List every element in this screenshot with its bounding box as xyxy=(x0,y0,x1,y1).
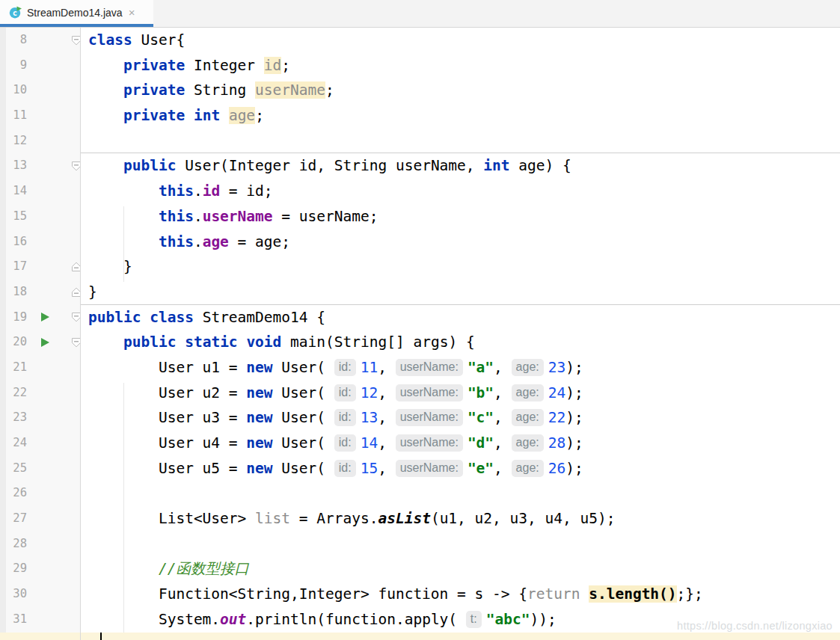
code-editor: 8class User{9 private Integer id;10 priv… xyxy=(0,28,840,640)
line-number[interactable]: 8 xyxy=(6,28,27,53)
code-line-content[interactable]: private int age; xyxy=(81,103,840,129)
code-line-content[interactable] xyxy=(81,481,840,506)
code-token: . xyxy=(194,182,203,200)
code-token: userName xyxy=(203,208,273,225)
code-token: String xyxy=(185,81,255,99)
code-line-content[interactable]: User u5 = new User( id:15, userName:"e",… xyxy=(81,456,840,481)
code-token: ); xyxy=(565,384,583,401)
code-token: } xyxy=(88,258,132,275)
line-number[interactable]: 26 xyxy=(6,481,27,506)
code-token: ); xyxy=(565,434,583,452)
code-token xyxy=(88,57,123,74)
gutter-cell: 16 xyxy=(0,230,81,255)
line-number[interactable]: 25 xyxy=(6,456,27,481)
code-token: 12 xyxy=(361,384,378,401)
code-line: 17 } xyxy=(0,254,840,280)
code-token: User( xyxy=(273,409,334,426)
code-token xyxy=(88,182,159,200)
code-line-content[interactable]: User u3 = new User( id:13, userName:"c",… xyxy=(81,405,840,431)
gutter-cell: 22 xyxy=(0,381,81,406)
code-token xyxy=(88,560,159,577)
line-number[interactable]: 11 xyxy=(6,103,27,129)
code-token: User u2 = xyxy=(88,384,246,401)
code-token: , xyxy=(494,409,511,426)
code-token xyxy=(88,81,123,99)
code-token: "c" xyxy=(467,409,494,426)
code-line-content[interactable]: class User{ xyxy=(81,28,840,53)
code-token: asList xyxy=(378,510,430,527)
gutter-separator xyxy=(80,28,81,640)
code-token: out xyxy=(220,611,246,628)
line-number[interactable]: 30 xyxy=(6,582,27,607)
tab-label: StreamDemo14.java xyxy=(27,7,123,19)
code-line-content[interactable]: this.userName = userName; xyxy=(81,204,840,230)
code-line-content[interactable]: User u4 = new User( id:14, userName:"d",… xyxy=(81,431,840,456)
code-line-content[interactable]: public User(Integer id, String userName,… xyxy=(81,153,840,179)
line-number[interactable]: 9 xyxy=(6,53,27,79)
line-number[interactable]: 23 xyxy=(6,405,27,431)
line-number[interactable]: 31 xyxy=(6,607,27,633)
code-line-content[interactable]: Function<String,Integer> function = s ->… xyxy=(81,582,840,607)
line-number[interactable]: 17 xyxy=(6,254,27,280)
code-line-content[interactable]: public class StreamDemo14 { xyxy=(81,305,840,330)
code-token: "abc" xyxy=(486,611,530,628)
line-number[interactable]: 22 xyxy=(6,381,27,406)
code-token: 14 xyxy=(361,434,378,452)
run-button[interactable] xyxy=(40,312,50,322)
line-number[interactable]: 29 xyxy=(6,556,27,582)
line-number[interactable]: 24 xyxy=(6,431,27,456)
java-class-run-icon: c xyxy=(9,6,22,19)
line-number[interactable]: 21 xyxy=(6,355,27,381)
parameter-hint: id: xyxy=(334,460,356,477)
code-token xyxy=(88,157,123,174)
code-token: = age; xyxy=(229,233,290,250)
code-token: , xyxy=(378,460,395,477)
code-line-content[interactable]: } xyxy=(81,254,840,280)
code-line-content[interactable] xyxy=(81,129,840,154)
line-number[interactable]: 14 xyxy=(6,179,27,204)
code-line-content[interactable] xyxy=(81,532,840,557)
code-line-content[interactable]: this.id = id; xyxy=(81,179,840,204)
code-token: main(String[] args) { xyxy=(281,333,474,351)
gutter-cell: 12 xyxy=(0,129,81,154)
line-number[interactable]: 18 xyxy=(6,280,27,305)
parameter-hint: userName: xyxy=(396,434,463,452)
line-number[interactable]: 19 xyxy=(6,305,27,330)
code-token: , xyxy=(378,384,395,401)
code-token: new xyxy=(246,409,272,426)
code-line-content[interactable]: public static void main(String[] args) { xyxy=(81,330,840,355)
code-line-content[interactable]: User u2 = new User( id:12, userName:"b",… xyxy=(81,381,840,406)
code-token: 22 xyxy=(548,409,565,426)
code-line-content[interactable]: this.age = age; xyxy=(81,230,840,255)
gutter-cell: 31 xyxy=(0,607,81,633)
tab-close-icon[interactable]: × xyxy=(129,7,135,18)
run-button[interactable] xyxy=(40,337,50,348)
code-line-content[interactable]: private String userName; xyxy=(81,78,840,103)
line-number[interactable]: 15 xyxy=(6,204,27,230)
code-token: (u1, u2, u3, u4, u5); xyxy=(431,510,616,527)
parameter-hint: age: xyxy=(512,384,544,401)
code-token: , xyxy=(494,460,511,477)
parameter-hint: age: xyxy=(512,409,544,426)
code-token: ); xyxy=(565,359,583,376)
line-number[interactable]: 27 xyxy=(6,506,27,532)
line-number[interactable]: 16 xyxy=(6,230,27,255)
line-number[interactable]: 28 xyxy=(6,532,27,557)
code-line-content[interactable]: User u1 = new User( id:11, userName:"a",… xyxy=(81,355,840,381)
code-token: User( xyxy=(273,359,334,376)
code-token: User u4 = xyxy=(88,434,246,452)
line-number[interactable]: 10 xyxy=(6,78,27,103)
code-token: Function<String,Integer> function = s ->… xyxy=(88,585,527,603)
code-line-content[interactable]: //函数型接口 xyxy=(81,556,840,582)
code-line-content[interactable]: } xyxy=(81,280,840,305)
code-token xyxy=(141,309,150,326)
line-number[interactable]: 13 xyxy=(6,153,27,179)
gutter-cell: 29 xyxy=(0,556,81,582)
code-token: "a" xyxy=(467,359,494,376)
code-token: , xyxy=(494,384,511,401)
code-line-content[interactable]: List<User> list = Arrays.asList(u1, u2, … xyxy=(81,506,840,532)
line-number[interactable]: 20 xyxy=(6,330,27,355)
tab-streamdemo14[interactable]: c StreamDemo14.java × xyxy=(0,0,153,27)
code-line-content[interactable]: private Integer id; xyxy=(81,53,840,79)
line-number[interactable]: 12 xyxy=(6,129,27,154)
